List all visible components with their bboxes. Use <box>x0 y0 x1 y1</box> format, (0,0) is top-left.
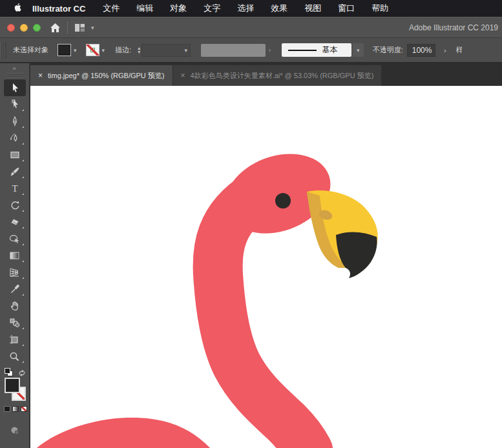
stroke-color-swatch[interactable] <box>86 44 99 56</box>
tab-label: 4款彩色鸟类设计矢量素材.ai* @ 53.03% (RGB/GPU 预览) <box>191 71 374 81</box>
menu-view[interactable]: 视图 <box>296 3 329 14</box>
stepper-down-icon[interactable]: ▾ <box>138 50 140 54</box>
stroke-style-dropdown[interactable]: 基本 <box>282 43 351 57</box>
menu-window[interactable]: 窗口 <box>329 3 363 14</box>
eyedropper-tool[interactable] <box>4 281 26 298</box>
flyout-indicator <box>22 126 24 128</box>
flyout-indicator <box>22 143 24 145</box>
illustrator-window: Illustrator CC 文件 编辑 对象 文字 选择 效果 视图 窗口 帮… <box>0 0 502 448</box>
menu-effect[interactable]: 效果 <box>262 3 296 14</box>
flyout-indicator <box>22 277 24 279</box>
tab-label: timg.jpeg* @ 150% (RGB/GPU 预览) <box>48 71 165 81</box>
menu-select[interactable]: 选择 <box>229 3 262 14</box>
draw-normal-icon <box>10 425 20 436</box>
traffic-lights <box>7 24 41 32</box>
symbols-tool[interactable] <box>4 314 26 331</box>
color-mode-button[interactable] <box>4 406 10 412</box>
fill-stroke-controls <box>2 367 28 424</box>
opacity-input[interactable]: 100% <box>407 44 435 57</box>
flyout-indicator <box>22 159 24 161</box>
menu-edit[interactable]: 编辑 <box>128 3 162 14</box>
eraser-tool[interactable] <box>4 214 26 230</box>
brush-chevron-down-icon[interactable]: ▾ <box>268 47 271 54</box>
drawing-modes-button[interactable] <box>10 425 20 438</box>
opacity-expand-button[interactable]: › <box>439 44 451 57</box>
shape-builder-icon <box>9 234 20 244</box>
document-area: × timg.jpeg* @ 150% (RGB/GPU 预览) × 4款彩色鸟… <box>30 63 502 448</box>
flyout-indicator <box>22 243 24 245</box>
menubar-app-name[interactable]: Illustrator CC <box>32 4 85 14</box>
shape-builder-tool[interactable] <box>4 230 26 247</box>
symbols-shapes-icon <box>9 318 20 328</box>
hand-icon <box>10 301 20 311</box>
selection-tool[interactable] <box>4 79 26 96</box>
menu-help[interactable]: 帮助 <box>363 3 397 14</box>
window-title: Adobe Illustrator CC 2019 <box>409 23 498 32</box>
flyout-indicator <box>22 227 24 229</box>
hand-tool[interactable] <box>4 298 26 314</box>
document-tabbar: × timg.jpeg* @ 150% (RGB/GPU 预览) × 4款彩色鸟… <box>30 63 502 86</box>
stroke-style-chevron-button[interactable]: ▾ <box>353 43 364 57</box>
rectangle-tool[interactable] <box>4 147 26 163</box>
gradient-icon <box>9 250 20 261</box>
perspective-grid-tool[interactable] <box>4 264 26 281</box>
close-window-button[interactable] <box>7 24 15 32</box>
menu-object[interactable]: 对象 <box>162 3 195 14</box>
controlbar-grip[interactable] <box>1 42 6 59</box>
flyout-indicator <box>22 210 24 212</box>
direct-selection-tool[interactable] <box>4 96 26 113</box>
main-area: » <box>0 63 502 448</box>
titlebar-divider <box>67 21 68 34</box>
curvature-tool[interactable] <box>4 130 26 147</box>
fill-chevron-down-icon[interactable]: ▾ <box>74 47 77 54</box>
curvature-pen-icon <box>10 133 20 143</box>
selection-arrow-icon <box>10 83 20 93</box>
artboard-icon <box>9 334 20 345</box>
type-icon: T <box>10 183 20 194</box>
artboard-tool[interactable] <box>4 331 26 348</box>
pen-tool[interactable] <box>4 113 26 130</box>
type-tool[interactable]: T <box>4 180 26 197</box>
zoom-magnifier-icon <box>9 351 20 362</box>
stroke-weight-dropdown[interactable]: ▾ <box>141 44 191 57</box>
stroke-weight-label: 描边: <box>115 45 131 55</box>
menu-file[interactable]: 文件 <box>94 3 128 14</box>
paintbrush-tool[interactable] <box>4 163 26 180</box>
flyout-indicator <box>22 193 24 195</box>
flyout-indicator <box>22 327 24 329</box>
menu-type[interactable]: 文字 <box>195 3 229 14</box>
toolbar-expand-icon[interactable]: » <box>0 63 29 73</box>
eraser-icon <box>10 217 20 227</box>
gradient-tool[interactable] <box>4 247 26 264</box>
artboard-canvas[interactable] <box>30 86 502 448</box>
stroke-style-value: 基本 <box>322 45 338 56</box>
home-icon[interactable] <box>50 23 61 33</box>
close-tab-icon[interactable]: × <box>181 71 185 80</box>
workspace-switcher[interactable]: ▾ <box>74 23 94 32</box>
weight-chevron-down-icon[interactable]: ▾ <box>185 47 188 54</box>
stroke-chevron-down-icon[interactable]: ▾ <box>102 47 105 54</box>
toolbar-grip[interactable] <box>6 73 23 77</box>
zoom-window-button[interactable] <box>33 24 41 32</box>
minimize-window-button[interactable] <box>20 24 28 32</box>
apple-logo-icon[interactable] <box>9 3 28 14</box>
fill-color-indicator[interactable] <box>5 378 20 393</box>
direct-selection-arrow-icon <box>10 99 20 110</box>
perspective-grid-icon <box>9 267 20 278</box>
flamingo-beak-tip <box>336 232 377 278</box>
none-mode-button[interactable] <box>21 406 27 412</box>
opacity-label: 不透明度: <box>373 45 403 55</box>
flyout-indicator <box>22 176 24 178</box>
stroke-weight-stepper[interactable]: ▴ ▾ <box>138 46 140 54</box>
tools-panel: » <box>0 63 30 448</box>
document-tab-birds[interactable]: × 4款彩色鸟类设计矢量素材.ai* @ 53.03% (RGB/GPU 预览) <box>173 65 382 86</box>
fill-color-swatch[interactable] <box>58 44 71 56</box>
close-tab-icon[interactable]: × <box>38 71 43 80</box>
none-diagonal-icon <box>87 45 99 56</box>
document-tab-timg[interactable]: × timg.jpeg* @ 150% (RGB/GPU 预览) <box>30 65 173 86</box>
rotate-tool[interactable] <box>4 197 26 214</box>
zoom-tool[interactable] <box>4 348 26 365</box>
control-bar: 未选择对象 ▾ ▾ 描边: ▴ ▾ ▾ ▾ 基本 ▾ 不透明度: 100% › … <box>0 37 502 63</box>
gradient-mode-button[interactable] <box>12 406 19 412</box>
brush-definition-dropdown[interactable] <box>201 44 266 57</box>
